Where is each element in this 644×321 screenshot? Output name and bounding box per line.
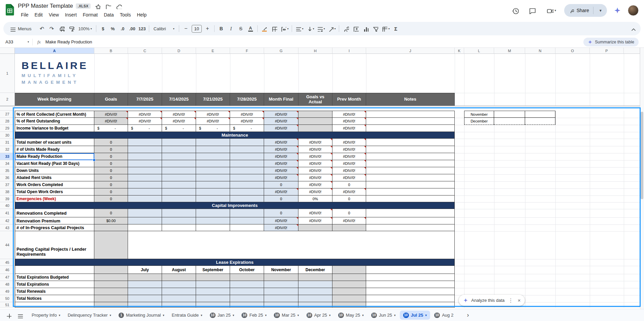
sheet-tab-feb-25[interactable]: 10Feb 25▾ — [238, 311, 270, 320]
cell-H36[interactable]: #DIV/0! — [298, 174, 332, 181]
cell-F28[interactable]: #DIV/0! — [230, 118, 264, 125]
cell-D50[interactable] — [162, 295, 196, 302]
cell-I35[interactable]: #DIV/0! — [332, 167, 366, 174]
cell-G28[interactable]: #DIV/0! — [264, 118, 298, 125]
cell-C33[interactable] — [128, 153, 162, 160]
meet-video-icon[interactable]: ▾ — [543, 4, 560, 17]
cell-J27[interactable] — [366, 111, 455, 118]
header-cell-H2[interactable]: Goals vs Actual — [298, 93, 332, 106]
column-header-L[interactable]: L — [464, 48, 494, 54]
side-cell-M28[interactable] — [494, 118, 525, 125]
cell-E32[interactable] — [196, 146, 230, 153]
header-cell-D2[interactable]: 7/14/2025 — [162, 93, 196, 106]
print-button[interactable] — [57, 24, 66, 33]
cell-C41[interactable] — [128, 209, 162, 217]
column-header-J[interactable]: J — [366, 48, 455, 54]
cell-A48[interactable]: Total Expirations — [15, 281, 94, 288]
insert-table-button[interactable]: ▾ — [380, 24, 391, 33]
share-button[interactable]: Share ▼ — [564, 4, 607, 17]
header-cell-F2[interactable]: 7/28/2025 — [230, 93, 264, 106]
menus-button[interactable]: Menus — [7, 24, 36, 34]
column-header-H[interactable]: H — [298, 48, 332, 54]
cell-D38[interactable] — [162, 188, 196, 195]
menu-tools[interactable]: Tools — [117, 11, 134, 19]
column-header-I[interactable]: I — [332, 48, 366, 54]
cell-B49[interactable] — [94, 288, 128, 295]
cell-D47[interactable] — [162, 274, 196, 281]
cell-F27[interactable]: #DIV/0! — [230, 111, 264, 118]
version-history-icon[interactable] — [509, 4, 522, 17]
cell-I31[interactable]: #DIV/0! — [332, 139, 366, 146]
cell-F38[interactable] — [230, 188, 264, 195]
add-sheet-button[interactable] — [3, 310, 13, 320]
cell-C36[interactable] — [128, 174, 162, 181]
cell-E36[interactable] — [196, 174, 230, 181]
menu-data[interactable]: Data — [101, 11, 117, 19]
row-header-27[interactable]: 27 — [0, 111, 15, 118]
row-header-38[interactable]: 38 — [0, 188, 15, 195]
cell-D48[interactable] — [162, 281, 196, 288]
cell-C27[interactable]: #DIV/0! — [128, 111, 162, 118]
cell-I37[interactable]: 0 — [332, 181, 366, 188]
row-header-42[interactable]: 42 — [0, 217, 15, 224]
cell-D28[interactable]: #DIV/0! — [162, 118, 196, 125]
cell-F50[interactable] — [230, 295, 264, 302]
menu-view[interactable]: View — [46, 11, 62, 19]
row-header-28[interactable]: 28 — [0, 118, 15, 125]
cell-F37[interactable] — [230, 181, 264, 188]
cell-B38[interactable]: 0 — [94, 188, 128, 195]
cell-A47[interactable]: Total Expirations Budgeted — [15, 274, 94, 281]
cell-E31[interactable] — [196, 139, 230, 146]
cell-C46[interactable]: July — [128, 266, 162, 274]
paint-format-button[interactable] — [67, 24, 76, 33]
column-header-K[interactable]: K — [455, 48, 464, 54]
cell-B41[interactable]: 0 — [94, 209, 128, 217]
cell-I38[interactable]: #DIV/0! — [332, 188, 366, 195]
row-header-51[interactable]: 51 — [0, 302, 15, 308]
column-header-A[interactable]: A — [15, 48, 94, 54]
sheet-tab-jun-25[interactable]: 10Jun 25▾ — [368, 311, 399, 320]
hide-menus-button[interactable] — [628, 24, 637, 33]
side-cell-N28[interactable] — [525, 118, 555, 125]
cell-E51[interactable] — [196, 302, 230, 308]
cell-J32[interactable] — [366, 146, 455, 153]
font-size-input[interactable]: 10 — [192, 25, 202, 33]
cell-D31[interactable] — [162, 139, 196, 146]
cell-A31[interactable]: Total number of vacant units — [15, 139, 94, 146]
cell-H41[interactable]: #DIV/0! — [298, 209, 332, 217]
cell-H46[interactable]: December — [298, 266, 332, 274]
cell-F41[interactable] — [230, 209, 264, 217]
menu-file[interactable]: File — [18, 11, 32, 19]
increase-font-size-button[interactable]: + — [203, 24, 212, 33]
row-header-48[interactable]: 48 — [0, 281, 15, 288]
cell-E48[interactable] — [196, 281, 230, 288]
grid-corner[interactable] — [0, 48, 15, 54]
redo-button[interactable]: ↷ — [47, 24, 57, 33]
menu-edit[interactable]: Edit — [32, 11, 46, 19]
cell-F51[interactable] — [230, 302, 264, 308]
insert-comment-button[interactable] — [351, 24, 360, 33]
cell-I39[interactable]: 0 — [332, 195, 366, 202]
cell-B47[interactable] — [94, 274, 128, 281]
fill-color-button[interactable] — [260, 24, 269, 33]
cell-F39[interactable] — [230, 195, 264, 202]
cell-I32[interactable]: #DIV/0! — [332, 146, 366, 153]
create-filter-button[interactable] — [371, 24, 380, 33]
cell-I47[interactable] — [332, 274, 366, 281]
insert-link-button[interactable] — [341, 24, 351, 33]
cell-F48[interactable] — [230, 281, 264, 288]
cell-I51[interactable] — [332, 302, 366, 308]
cell-D33[interactable] — [162, 153, 196, 160]
side-cell-L27[interactable]: November — [464, 111, 494, 118]
cell-G31[interactable]: #DIV/0! — [264, 139, 298, 146]
side-cell-M27[interactable] — [494, 111, 525, 118]
borders-button[interactable] — [269, 24, 279, 33]
cell-H27[interactable] — [298, 111, 332, 118]
row-header-47[interactable]: 47 — [0, 274, 15, 281]
row-header-2[interactable]: 2 — [0, 93, 15, 106]
cell-C42[interactable] — [128, 217, 162, 224]
column-header-G[interactable]: G — [264, 48, 298, 54]
cell-H43[interactable] — [298, 224, 332, 231]
all-sheets-button[interactable] — [15, 310, 25, 320]
cell-G41[interactable]: 0 — [264, 209, 298, 217]
